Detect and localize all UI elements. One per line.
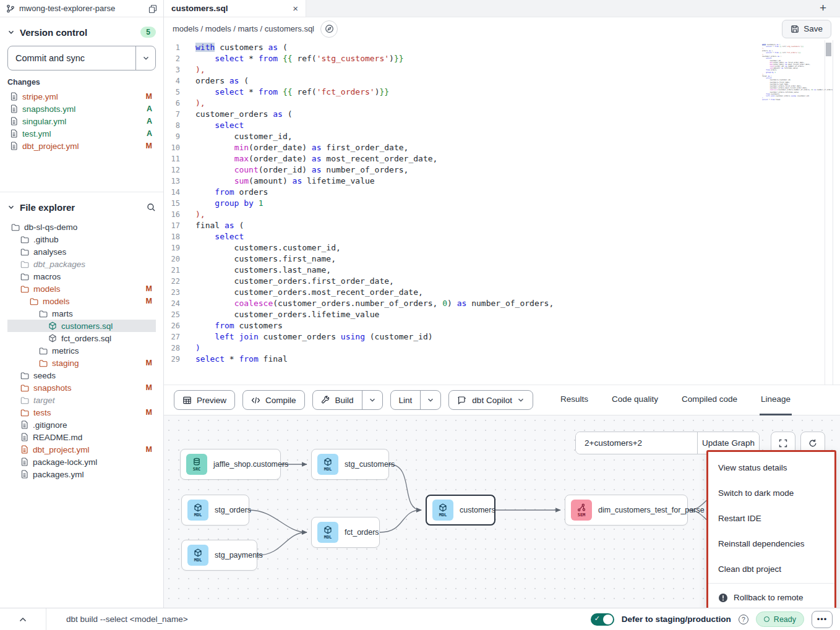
close-tab-icon[interactable]: × — [293, 3, 298, 14]
chevron-down-icon[interactable] — [7, 28, 15, 36]
tree-item--gitignore[interactable]: .gitignore — [7, 419, 156, 431]
commit-options-caret[interactable] — [135, 46, 155, 70]
search-icon[interactable] — [147, 203, 156, 212]
help-icon[interactable]: ? — [739, 615, 748, 624]
more-options-button[interactable]: ••• — [812, 611, 833, 628]
code-line[interactable]: 3), — [164, 64, 758, 75]
compile-button[interactable]: Compile — [242, 390, 305, 410]
tree-item-analyses[interactable]: analyses — [7, 245, 156, 258]
tree-item-models[interactable]: modelsM — [7, 283, 156, 295]
change-row[interactable]: snapshots.ymlA — [7, 103, 156, 115]
lineage-node-stg_customers[interactable]: MDLstg_customers — [311, 449, 389, 480]
tree-item-packages-yml[interactable]: packages.yml — [7, 468, 156, 480]
tree-item-tests[interactable]: testsM — [7, 406, 156, 419]
tree-item-snapshots[interactable]: snapshotsM — [7, 381, 156, 394]
minimap[interactable]: with customers as ( select * from {{ ref… — [762, 44, 805, 101]
code-line[interactable]: 4orders as ( — [164, 75, 758, 87]
tree-item-metrics[interactable]: metrics — [7, 344, 156, 357]
command-input[interactable]: dbt build --select <model_name> — [66, 615, 591, 624]
code-line[interactable]: 2 select * from {{ ref('stg_customers')}… — [164, 53, 758, 64]
change-row[interactable]: test.ymlA — [7, 127, 156, 140]
code-line[interactable]: 24 coalesce(customer_orders.number_of_or… — [164, 298, 758, 309]
tree-item-readme-md[interactable]: README.md — [7, 431, 156, 443]
menu-item-restart-ide[interactable]: Restart IDE — [708, 506, 834, 531]
tree-item-staging[interactable]: stagingM — [7, 357, 156, 369]
tree-item-customers-sql[interactable]: customers.sql — [7, 320, 156, 332]
code-line[interactable]: 23 customer_orders.most_recent_order_dat… — [164, 287, 758, 298]
lineage-node-customers[interactable]: MDLcustomers — [426, 495, 495, 526]
lineage-filter-input[interactable] — [576, 432, 697, 454]
code-line[interactable]: 11 max(order_date) as most_recent_order_… — [164, 153, 758, 164]
code-line[interactable]: 15 group by 1 — [164, 198, 758, 209]
dbt-copilot-button[interactable]: dbt Copilot — [448, 390, 533, 410]
code-line[interactable]: 21 customers.last_name, — [164, 265, 758, 276]
code-line[interactable]: 1with customers as ( — [164, 42, 758, 53]
code-line[interactable]: 13 sum(amount) as lifetime_value — [164, 176, 758, 187]
tab-customers-sql[interactable]: customers.sql × — [164, 0, 306, 17]
build-button[interactable]: Build — [313, 391, 362, 409]
code-line[interactable]: 22 customer_orders.first_order_date, — [164, 276, 758, 287]
tree-item--github[interactable]: .github — [7, 233, 156, 245]
tree-item-marts[interactable]: marts — [7, 307, 156, 320]
tree-item-db-sl-qs-demo[interactable]: db-sl-qs-demo — [7, 221, 156, 233]
code-line[interactable]: 20 customers.first_name, — [164, 253, 758, 265]
code-line[interactable]: 27 left join customer_orders using (cust… — [164, 331, 758, 343]
code-line[interactable]: 9 customer_id, — [164, 131, 758, 142]
lineage-node-fct_orders[interactable]: MDLfct_orders — [311, 517, 380, 548]
defer-toggle[interactable]: ✓ — [591, 613, 614, 626]
menu-item-view-status-details[interactable]: View status details — [708, 455, 834, 480]
lineage-node-stg_payments[interactable]: MDLstg_payments — [181, 540, 257, 571]
new-tab-button[interactable]: + — [820, 1, 826, 15]
code-editor[interactable]: 1with customers as (2 select * from {{ r… — [164, 40, 833, 385]
tree-item-macros[interactable]: macros — [7, 270, 156, 283]
code-line[interactable]: 12 count(order_id) as number_of_orders, — [164, 164, 758, 176]
chevron-down-icon[interactable] — [7, 203, 15, 211]
code-line[interactable]: 5 select * from {{ ref('fct_orders')}} — [164, 87, 758, 98]
tab-lineage[interactable]: Lineage — [760, 385, 792, 415]
change-row[interactable]: stripe.ymlM — [7, 90, 156, 103]
code-line[interactable]: 14 from orders — [164, 187, 758, 198]
menu-item-clean-dbt-project[interactable]: Clean dbt project — [708, 556, 834, 582]
change-row[interactable]: singular.ymlA — [7, 115, 156, 127]
collapse-command-bar-button[interactable] — [0, 608, 46, 630]
lineage-node-jaffle_shop_customers[interactable]: SRCjaffle_shop.customers — [180, 449, 281, 480]
tree-item-target[interactable]: target — [7, 394, 156, 406]
code-line[interactable]: 26 from customers — [164, 320, 758, 331]
compass-icon[interactable] — [320, 20, 338, 38]
menu-item-reinstall-dependencies[interactable]: Reinstall dependencies — [708, 531, 834, 556]
menu-item-rollback-to-remote[interactable]: Rollback to remote — [708, 585, 834, 608]
build-options-caret[interactable] — [362, 391, 382, 409]
tab-compiled-code[interactable]: Compiled code — [680, 385, 739, 415]
tree-item-dbt-packages[interactable]: dbt_packages — [7, 258, 156, 270]
code-line[interactable]: 6), — [164, 98, 758, 109]
code-line[interactable]: 28) — [164, 343, 758, 354]
tab-results[interactable]: Results — [559, 385, 589, 415]
change-row[interactable]: dbt_project.ymlM — [7, 140, 156, 152]
preview-button[interactable]: Preview — [174, 390, 235, 410]
tree-item-models[interactable]: modelsM — [7, 295, 156, 307]
lineage-node-stg_orders[interactable]: MDLstg_orders — [181, 495, 249, 526]
tab-code-quality[interactable]: Code quality — [611, 385, 659, 415]
lint-options-caret[interactable] — [420, 391, 440, 409]
editor-scrollbar[interactable] — [825, 40, 833, 385]
copy-icon[interactable] — [148, 4, 157, 13]
tree-item-seeds[interactable]: seeds — [7, 369, 156, 381]
tree-item-fct-orders-sql[interactable]: fct_orders.sql — [7, 332, 156, 344]
code-line[interactable]: 8 select — [164, 120, 758, 131]
menu-item-switch-to-dark-mode[interactable]: Switch to dark mode — [708, 480, 834, 506]
code-line[interactable]: 18 select — [164, 231, 758, 242]
lineage-canvas[interactable]: SRCjaffle_shop.customersMDLstg_customers… — [164, 415, 840, 608]
code-line[interactable]: 25 customer_orders.lifetime_value — [164, 309, 758, 320]
lineage-node-dim_customers_test_for_parse[interactable]: SEMdim_customers_test_for_parse — [565, 495, 688, 526]
code-line[interactable]: 19 customers.customer_id, — [164, 242, 758, 253]
code-line[interactable]: 10 min(order_date) as first_order_date, — [164, 142, 758, 153]
tree-item-dbt-project-yml[interactable]: dbt_project.ymlM — [7, 443, 156, 456]
code-line[interactable]: 29select * from final — [164, 354, 758, 365]
code-line[interactable]: 7customer_orders as ( — [164, 109, 758, 120]
code-line[interactable]: 16), — [164, 209, 758, 220]
lint-button[interactable]: Lint — [391, 391, 421, 409]
code-line[interactable]: 17final as ( — [164, 220, 758, 231]
commit-and-sync-button[interactable]: Commit and sync — [7, 46, 156, 70]
save-button[interactable]: Save — [782, 20, 831, 38]
tree-item-package-lock-yml[interactable]: package-lock.yml — [7, 456, 156, 468]
